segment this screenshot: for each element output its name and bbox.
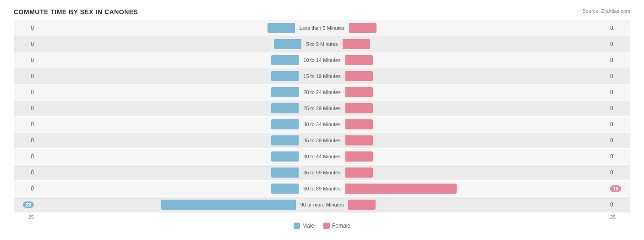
female-bar	[345, 151, 373, 162]
female-bar	[345, 71, 373, 81]
bars-area: 40 to 44 Minutes	[37, 149, 607, 164]
left-value-cell: 0	[14, 89, 37, 95]
row-label: 15 to 19 Minutes	[300, 73, 344, 79]
right-value-cell: 0	[607, 41, 630, 47]
legend-female-box	[323, 223, 330, 229]
male-bar	[271, 119, 299, 129]
rows-container: 0 Less than 5 Minutes 0 0 5 to 9 Minutes	[14, 20, 630, 212]
right-value-cell: 0	[607, 201, 630, 208]
bars-area: 30 to 34 Minutes	[37, 117, 607, 132]
left-value-cell: 0	[14, 137, 37, 144]
female-value: 0	[610, 105, 613, 112]
legend-male-label: Male	[302, 223, 314, 229]
female-value: 0	[610, 169, 613, 176]
female-value: 0	[610, 121, 613, 128]
male-bar	[271, 135, 299, 145]
male-bar-container	[37, 39, 302, 49]
bars-area: 35 to 39 Minutes	[37, 133, 607, 148]
male-bar	[271, 103, 299, 113]
bars-area: 20 to 24 Minutes	[37, 84, 607, 100]
left-value-cell: 0	[14, 169, 37, 176]
legend-male: Male	[294, 223, 314, 229]
male-bar-container	[37, 119, 300, 129]
bar-row: 0 20 to 24 Minutes 0	[14, 84, 630, 100]
axis-left: 25	[14, 214, 37, 220]
female-bar-container	[344, 87, 607, 97]
bar-row: 0 35 to 39 Minutes 0	[14, 133, 630, 148]
female-bar	[343, 39, 370, 49]
legend-female-label: Female	[332, 223, 350, 229]
male-bar-container	[37, 184, 300, 194]
bars-area: 45 to 59 Minutes	[37, 165, 607, 180]
bar-row: 0 45 to 59 Minutes 0	[14, 165, 630, 180]
male-bar	[271, 184, 299, 194]
left-value-cell: 0	[14, 57, 37, 63]
male-value-badge: 23	[23, 201, 34, 208]
bar-row: 0 40 to 44 Minutes 0	[14, 149, 630, 164]
male-bar-container	[37, 151, 300, 162]
row-label: 5 to 9 Minutes	[302, 41, 341, 47]
left-value-cell: 23	[14, 201, 37, 208]
left-value-cell: 0	[14, 153, 37, 160]
bars-area: Less than 5 Minutes	[37, 20, 607, 36]
right-value-cell: 19	[607, 185, 630, 192]
male-bar-container	[37, 200, 297, 210]
bar-row: 0 60 to 89 Minutes 19	[14, 181, 630, 196]
male-bar-container	[37, 55, 300, 65]
female-value: 0	[610, 41, 613, 47]
male-bar-container	[37, 71, 300, 81]
source-label: Source: ZipAtlas.com	[582, 8, 630, 14]
female-bar-container	[344, 167, 607, 178]
row-label: Less than 5 Minutes	[296, 25, 348, 31]
right-value-cell: 0	[607, 137, 630, 144]
row-label: 40 to 44 Minutes	[300, 154, 344, 159]
legend: Male Female	[14, 223, 630, 229]
right-value-cell: 0	[607, 73, 630, 79]
bar-row: 0 15 to 19 Minutes 0	[14, 68, 630, 84]
male-bar	[267, 23, 295, 33]
right-value-cell: 0	[607, 89, 630, 95]
row-label: 20 to 24 Minutes	[300, 89, 344, 95]
male-bar	[271, 167, 299, 178]
male-bar	[274, 39, 301, 49]
male-value: 0	[31, 105, 34, 112]
female-bar	[345, 103, 373, 113]
female-bar-container	[344, 71, 607, 81]
bars-area: 60 to 89 Minutes	[37, 181, 607, 196]
female-value: 0	[610, 153, 613, 160]
bar-row: 0 5 to 9 Minutes 0	[14, 36, 630, 52]
female-bar-container	[342, 39, 607, 49]
male-bar-container	[37, 167, 300, 178]
bar-row: 0 25 to 29 Minutes 0	[14, 100, 630, 116]
row-label: 90 or more Minutes	[297, 202, 348, 207]
chart-container: COMMUTE TIME BY SEX IN CANONES Source: Z…	[0, 0, 644, 240]
left-value-cell: 0	[14, 185, 37, 192]
bar-row: 23 90 or more Minutes 0	[14, 197, 630, 212]
right-value-cell: 0	[607, 105, 630, 112]
legend-male-box	[294, 223, 300, 229]
male-value: 0	[31, 73, 34, 79]
female-bar-container	[344, 184, 607, 194]
bars-area: 10 to 14 Minutes	[37, 52, 607, 68]
right-value-cell: 0	[607, 153, 630, 160]
female-value: 0	[610, 201, 613, 208]
female-bar-container	[348, 23, 607, 33]
female-bar-container	[344, 151, 607, 162]
right-value-cell: 0	[607, 169, 630, 176]
female-bar	[345, 87, 373, 97]
male-value: 0	[31, 57, 34, 63]
right-value-cell: 0	[607, 121, 630, 128]
male-value: 0	[31, 185, 34, 192]
female-bar-container	[344, 119, 607, 129]
female-bar-container	[344, 55, 607, 65]
left-value-cell: 0	[14, 121, 37, 128]
female-value-badge: 19	[610, 185, 621, 192]
legend-female: Female	[323, 223, 350, 229]
male-bar	[271, 71, 299, 81]
male-value: 0	[31, 89, 34, 95]
bar-row: 0 10 to 14 Minutes 0	[14, 52, 630, 68]
female-bar	[349, 23, 377, 33]
female-bar	[345, 184, 457, 194]
male-bar-container	[37, 87, 300, 97]
bars-area: 5 to 9 Minutes	[37, 36, 607, 52]
